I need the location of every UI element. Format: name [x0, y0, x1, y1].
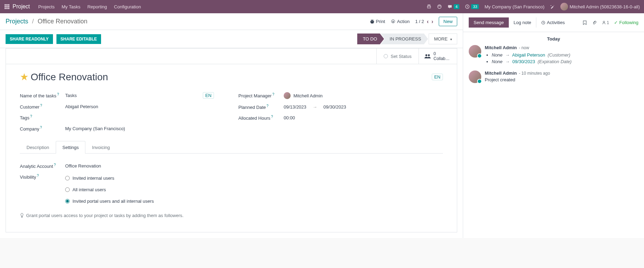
share-editable-button[interactable]: SHARE EDITABLE — [56, 34, 101, 44]
attachment-icon[interactable] — [592, 20, 597, 25]
print-button[interactable]: Print — [370, 19, 385, 24]
field-company[interactable]: My Company (San Francisco) — [65, 126, 224, 131]
star-icon[interactable]: ★ — [20, 71, 29, 83]
check-icon: ✓ — [614, 20, 618, 25]
label-company: Company? — [20, 126, 65, 132]
gear-icon — [391, 19, 396, 24]
stage-in-progress[interactable]: IN PROGRESS — [381, 34, 428, 44]
visibility-radio-3[interactable] — [65, 199, 70, 203]
nav-reporting[interactable]: Reporting — [87, 4, 107, 9]
arrow-right-icon: → — [505, 59, 510, 64]
visibility-hint: Grant portal users access to your projec… — [20, 213, 443, 218]
message-item: Mitchell Admin - now None → Abigail Pete… — [469, 45, 638, 65]
tab-description[interactable]: Description — [20, 141, 56, 154]
field-planned-date[interactable]: 09/13/2023 → 09/30/2023 — [284, 104, 443, 110]
page-title[interactable]: Office Renovation — [31, 72, 108, 83]
field-analytic-account[interactable]: Office Renovation — [65, 163, 443, 169]
help-icon[interactable]: ? — [54, 163, 56, 167]
message-author[interactable]: Mitchell Admin — [485, 70, 517, 76]
people-icon — [424, 53, 431, 59]
tab-settings[interactable]: Settings — [56, 141, 85, 154]
log-note-button[interactable]: Log note — [509, 17, 536, 28]
field-allocated-hours[interactable]: 00:00 — [284, 115, 443, 120]
activities-button[interactable]: Activities — [536, 17, 569, 28]
breadcrumb: Projects / Office Renovation — [6, 18, 87, 25]
new-button[interactable]: New — [439, 17, 457, 26]
help-icon[interactable]: ? — [271, 115, 273, 119]
pager-next-icon[interactable]: › — [431, 18, 433, 25]
nav-configuration[interactable]: Configuration — [114, 4, 141, 9]
company-switcher[interactable]: My Company (San Francisco) — [484, 4, 544, 9]
pager-prev-icon[interactable]: ‹ — [427, 18, 429, 25]
label-visibility: Visibility? — [20, 174, 65, 180]
person-icon — [602, 21, 606, 25]
nav-projects[interactable]: Projects — [38, 4, 55, 9]
svg-point-0 — [438, 5, 442, 9]
chatter-body: Today Mitchell Admin - now None → Abigai… — [463, 32, 644, 93]
tabs: Description Settings Invoicing — [20, 141, 443, 154]
messages-icon[interactable]: 4 — [447, 4, 459, 9]
collaborators-button[interactable]: 0 Collabor… — [419, 49, 457, 64]
help-icon[interactable]: ? — [30, 114, 32, 118]
stages: TO DO IN PROGRESS MORE ▾ — [357, 34, 457, 44]
help-icon[interactable]: ? — [272, 92, 274, 96]
tab-content-settings: Analytic Account? Office Renovation Visi… — [20, 154, 443, 225]
messages-badge: 4 — [454, 4, 459, 9]
message-avatar-icon — [469, 70, 481, 83]
help-icon[interactable]: ? — [57, 92, 59, 96]
help-icon[interactable]: ? — [40, 104, 42, 107]
change-row: None → 09/30/2023 (Expiration Date) — [492, 58, 638, 65]
apps-icon[interactable] — [4, 4, 10, 9]
help-icon[interactable]: ? — [40, 126, 42, 129]
lang-button[interactable]: EN — [432, 74, 443, 80]
nav-my-tasks[interactable]: My Tasks — [62, 4, 80, 9]
support-icon[interactable] — [437, 4, 442, 9]
print-icon — [370, 19, 375, 24]
debug-icon[interactable] — [427, 4, 431, 9]
following-button[interactable]: ✓ Following — [614, 20, 638, 25]
message-author[interactable]: Mitchell Admin — [485, 45, 517, 50]
tab-invoicing[interactable]: Invoicing — [85, 141, 116, 154]
breadcrumb-root[interactable]: Projects — [6, 18, 28, 25]
pager: 1 / 2 ‹ › — [415, 18, 433, 25]
visibility-option-all-internal[interactable]: All internal users — [65, 185, 106, 194]
visibility-radio-1[interactable] — [65, 176, 70, 180]
user-menu[interactable]: Mitchell Admin (50823638-16-0-all) — [560, 3, 640, 10]
stage-todo[interactable]: TO DO — [357, 34, 384, 44]
brand[interactable]: Project — [13, 3, 30, 10]
visibility-option-portal[interactable]: Invited portal users and all internal us… — [65, 197, 154, 206]
user-label: Mitchell Admin (50823638-16-0-all) — [569, 4, 640, 9]
pager-count[interactable]: 1 / 2 — [415, 19, 424, 24]
chatter: Send message Log note Activities 1 ✓ Fol… — [463, 13, 644, 238]
stage-more[interactable]: MORE ▾ — [429, 34, 457, 44]
activities-icon[interactable]: 33 — [465, 4, 479, 9]
breadcrumb-current: Office Renovation — [38, 18, 87, 25]
help-icon[interactable]: ? — [37, 174, 39, 178]
action-button[interactable]: Action — [391, 19, 409, 24]
visibility-radio-2[interactable] — [65, 187, 70, 192]
company-label: My Company (San Francisco) — [484, 4, 544, 9]
send-message-button[interactable]: Send message — [469, 17, 509, 28]
field-customer[interactable]: Abigail Peterson — [65, 104, 224, 109]
svg-point-4 — [428, 54, 430, 56]
lang-button-inline[interactable]: EN — [203, 92, 214, 99]
label-project-manager: Project Manager? — [238, 92, 284, 98]
top-nav: Project Projects My Tasks Reporting Conf… — [0, 0, 644, 13]
field-name-tasks[interactable]: Tasks EN — [65, 92, 224, 99]
set-status-button[interactable]: Set Status — [376, 49, 419, 64]
label-planned-date: Planned Date? — [238, 104, 284, 110]
chatter-header: Send message Log note Activities 1 ✓ Fol… — [463, 13, 644, 32]
lightbulb-icon — [20, 213, 24, 218]
pm-avatar-icon — [284, 92, 291, 99]
tools-icon[interactable] — [550, 4, 555, 9]
activities-badge: 33 — [471, 4, 479, 9]
help-icon[interactable]: ? — [267, 104, 269, 108]
svg-point-2 — [392, 21, 394, 22]
bookmark-icon[interactable] — [582, 20, 587, 25]
visibility-option-invited-internal[interactable]: Invited internal users — [65, 174, 114, 183]
followers-button[interactable]: 1 — [602, 20, 609, 25]
share-readonly-button[interactable]: SHARE READONLY — [6, 34, 53, 44]
label-allocated-hours: Allocated Hours? — [238, 115, 284, 121]
label-customer: Customer? — [20, 104, 65, 110]
field-project-manager[interactable]: Mitchell Admin — [284, 92, 443, 99]
